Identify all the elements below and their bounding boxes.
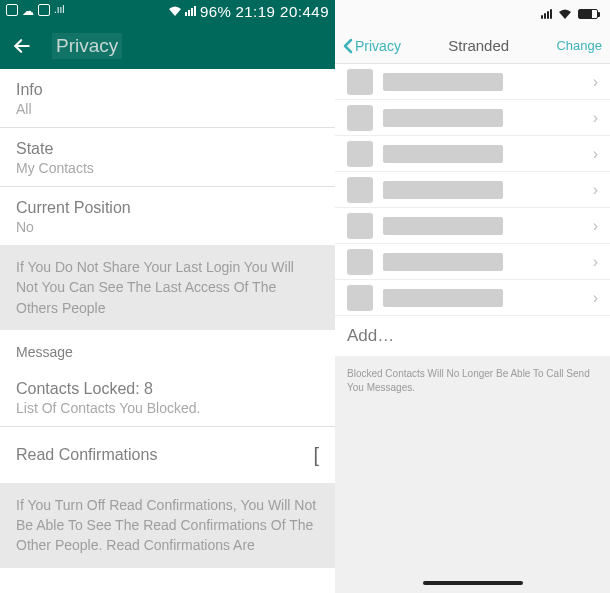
back-label: Privacy [355,38,401,54]
setting-position[interactable]: Current Position No [0,187,335,245]
contact-row[interactable]: › [335,280,610,316]
blocked-footer-note: Blocked Contacts Will No Longer Be Able … [335,357,610,593]
android-statusbar: ☁ .ııl 96% 21:19 20:449 [0,0,335,22]
add-contact-button[interactable]: Add… [335,316,610,357]
contact-row[interactable]: › [335,136,610,172]
setting-read-title: Read Confirmations [16,446,157,464]
avatar [347,213,373,239]
wifi-icon [558,5,572,23]
note-last-login: If You Do Not Share Your Last Login You … [0,245,335,330]
chevron-right-icon: › [593,109,598,127]
avatar [347,69,373,95]
statusbar-time: 21:19 20:449 [235,3,329,20]
contact-name-redacted [383,289,503,307]
contact-name-redacted [383,145,503,163]
setting-state-value: My Contacts [16,160,319,176]
setting-read-confirmations[interactable]: Read Confirmations [ [0,427,335,483]
ios-screen: Privacy Stranded Change ››››››› Add… Blo… [335,0,610,593]
setting-blocked-title: Contacts Locked: 8 [16,380,319,398]
chevron-right-icon: › [593,289,598,307]
contact-name-redacted [383,181,503,199]
setting-position-value: No [16,219,319,235]
back-arrow-icon[interactable] [10,34,34,58]
setting-state[interactable]: State My Contacts [0,128,335,187]
blocked-contacts-list: ››››››› [335,64,610,316]
ios-page-title: Stranded [401,37,557,54]
chevron-right-icon: › [593,145,598,163]
checkbox-icon[interactable]: [ [313,445,319,465]
setting-info[interactable]: Info All [0,69,335,128]
android-header: Privacy [0,22,335,69]
avatar [347,177,373,203]
ios-navbar: Privacy Stranded Change [335,28,610,64]
contact-row[interactable]: › [335,172,610,208]
chevron-left-icon [343,38,353,54]
chevron-right-icon: › [593,181,598,199]
signal-icon [185,6,196,16]
back-button[interactable]: Privacy [343,38,401,54]
gallery-icon [6,4,18,16]
contact-name-redacted [383,253,503,271]
avatar [347,249,373,275]
avatar [347,285,373,311]
setting-blocked[interactable]: Contacts Locked: 8 List Of Contacts You … [0,368,335,427]
page-title: Privacy [52,33,122,59]
chevron-right-icon: › [593,253,598,271]
setting-state-title: State [16,140,319,158]
setting-info-value: All [16,101,319,117]
avatar [347,141,373,167]
avatar [347,105,373,131]
section-message: Message [0,330,335,368]
android-screen: ☁ .ııl 96% 21:19 20:449 Privacy Info All… [0,0,335,593]
contact-row[interactable]: › [335,64,610,100]
note-read-confirmations: If You Turn Off Read Confirmations, You … [0,483,335,568]
contact-name-redacted [383,217,503,235]
contact-name-redacted [383,73,503,91]
data-icon: .ııl [54,4,65,18]
battery-icon [578,9,598,19]
chevron-right-icon: › [593,73,598,91]
contact-row[interactable]: › [335,208,610,244]
battery-percent: 96% [200,3,232,20]
change-button[interactable]: Change [556,38,602,53]
contact-name-redacted [383,109,503,127]
statusbar-left-icons: ☁ .ııl [6,4,65,18]
setting-blocked-value: List Of Contacts You Blocked. [16,400,319,416]
contact-row[interactable]: › [335,244,610,280]
home-indicator[interactable] [423,581,523,585]
ios-statusbar [335,0,610,28]
settings-list: Info All State My Contacts Current Posit… [0,69,335,593]
setting-position-title: Current Position [16,199,319,217]
cloud-icon: ☁ [22,4,34,18]
cellular-signal-icon [541,9,552,19]
wifi-icon [169,6,181,16]
app-icon [38,4,50,16]
chevron-right-icon: › [593,217,598,235]
contact-row[interactable]: › [335,100,610,136]
setting-info-title: Info [16,81,319,99]
